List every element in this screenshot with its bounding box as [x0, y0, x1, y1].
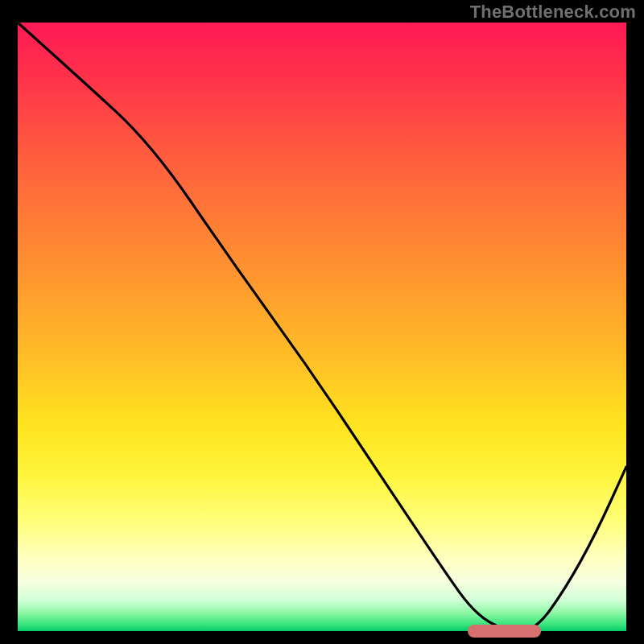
- series-path: [18, 23, 626, 631]
- plot-area: [18, 23, 626, 631]
- watermark-text: TheBottleneck.com: [470, 2, 636, 23]
- minimum-marker: [468, 625, 541, 638]
- line-series: [18, 23, 626, 631]
- chart-container: TheBottleneck.com: [0, 0, 644, 644]
